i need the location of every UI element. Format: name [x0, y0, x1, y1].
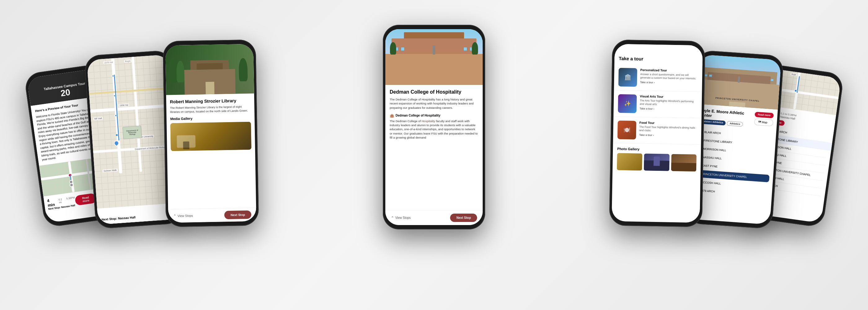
tour-item-food: 🍽️ Food Tour The Food Tour highlights Wi…: [613, 117, 701, 145]
arts-tour-image: ✨: [618, 94, 637, 113]
photo-thumb-3: [671, 154, 696, 172]
nav-clock: 5:38PM: [66, 196, 75, 200]
food-tour-image: 🍽️: [618, 121, 637, 140]
arts-tour-title: Visual Arts Tour: [640, 95, 698, 99]
view-stops-button[interactable]: ⌃ View Stops: [173, 214, 193, 218]
phones-container: Tallahassee Campus Tour 20 Here's a Prev…: [0, 0, 868, 310]
library-footer: ⌃ View Stops Next Stop: [168, 207, 256, 223]
personalized-tour-title: Personalized Tour: [640, 68, 698, 72]
dedman-section-text: The Dedman College of Hospitality facult…: [390, 119, 478, 140]
tour-header-title: Take a tour: [619, 56, 698, 62]
photo-gallery-title: Photo Gallery: [617, 147, 696, 152]
dedman-highlight: Hospitality: [422, 119, 435, 123]
phone-5: Take a tour 🏛️ Personalized Tour Answer …: [609, 39, 705, 227]
phone-4-content: Dedman College of Hospitality The Dedman…: [385, 29, 483, 225]
photo-thumb-1: [617, 153, 642, 170]
view-stops-label: View Stops: [178, 214, 193, 218]
arts-tour-content: Visual Arts Tour The Arts Tour highlight…: [640, 95, 698, 114]
photo-thumb-2: [644, 153, 669, 171]
phone-3: Robert Manning Strozier Library The Robe…: [163, 39, 259, 227]
coyle-map-label: Map: [762, 121, 767, 124]
phone-5-content: Take a tour 🏛️ Personalized Tour Answer …: [612, 44, 703, 223]
library-image: [165, 44, 254, 95]
tag-athletics: Athletics: [726, 121, 743, 127]
dedman-section-title: 🏨 Dedman College of Hospitality: [390, 114, 478, 118]
food-tour-title: Food Tour: [639, 121, 697, 125]
arts-tour-desc: The Arts Tour highlights Winsford's perf…: [640, 99, 698, 106]
tour-header: Take a tour: [614, 44, 703, 66]
nav-time: 4 min: [47, 197, 58, 208]
tour-item-arts: ✨ Visual Arts Tour The Arts Tour highlig…: [614, 91, 702, 118]
food-tour-link[interactable]: Take a tour ›: [639, 133, 697, 137]
phone-4: Dedman College of Hospitality The Dedman…: [383, 25, 485, 229]
dedman-body: Dedman College of Hospitality The Dedman…: [385, 85, 483, 155]
personalized-tour-link[interactable]: Take a tour ›: [640, 81, 698, 85]
media-gallery-label: Media Gallery: [170, 116, 251, 121]
dedman-view-stops-label: View Stops: [395, 216, 411, 219]
coyle-map-button[interactable]: 🗺 Map: [754, 118, 773, 126]
food-tour-desc: The Food Tour highlights Winsford's dini…: [639, 125, 697, 133]
dedman-section: 🏨 Dedman College of Hospitality The Dedm…: [390, 114, 478, 140]
tour-item-personalized: 🏛️ Personalized Tour Answer a short ques…: [614, 64, 702, 92]
coyle-read-more-button[interactable]: Read more: [754, 112, 774, 118]
food-tour-content: Food Tour The Food Tour highlights Winsf…: [639, 121, 697, 141]
dedman-image: [385, 29, 483, 85]
dedman-next-stop-button[interactable]: Next Stop: [450, 214, 477, 222]
phone-5-screen: Take a tour 🏛️ Personalized Tour Answer …: [612, 44, 703, 223]
phone-3-content: Robert Manning Strozier Library The Robe…: [165, 44, 256, 223]
gallery-image: [170, 122, 251, 151]
nav-distance: 0.2 mi: [58, 197, 66, 204]
photo-gallery-section: Photo Gallery: [613, 143, 701, 174]
next-stop-button[interactable]: Next Stop: [224, 211, 251, 219]
personalized-tour-content: Personalized Tour Answer a short questio…: [640, 68, 698, 88]
dedman-title: Dedman College of Hospitality: [390, 89, 478, 95]
photo-gallery-grid: [617, 153, 696, 172]
library-body: Robert Manning Strozier Library The Robe…: [166, 94, 255, 156]
library-title: Robert Manning Strozier Library: [170, 98, 250, 104]
dedman-footer: ⌃ View Stops Next Stop: [385, 210, 483, 225]
coyle-image: princeton University ChApEL: [696, 54, 781, 110]
phone-3-screen: Robert Manning Strozier Library The Robe…: [165, 44, 256, 223]
arts-tour-link[interactable]: Take a tour ›: [640, 107, 697, 111]
phone-4-screen: Dedman College of Hospitality The Dedman…: [385, 29, 483, 225]
nav-info: 4 min 0.2 mi 5:38PM Next Stop: Nassau Ha…: [47, 195, 76, 211]
stop-list: 1BLAIR ARCH 2FIRESTONE LIBRARY 3MORRISON…: [693, 128, 772, 199]
coyle-title: Coyle E. Moore Athletic Center: [699, 108, 755, 121]
personalized-tour-desc: Answer a short questionnaire, and we wil…: [640, 72, 698, 80]
dedman-desc: The Dedman College of Hospitality has a …: [390, 97, 478, 110]
personalized-tour-image: 🏛️: [618, 68, 638, 87]
dedman-view-stops[interactable]: ⌃ View Stops: [391, 216, 411, 220]
library-desc: The Robert Manning Strozier Library is t…: [170, 105, 250, 114]
